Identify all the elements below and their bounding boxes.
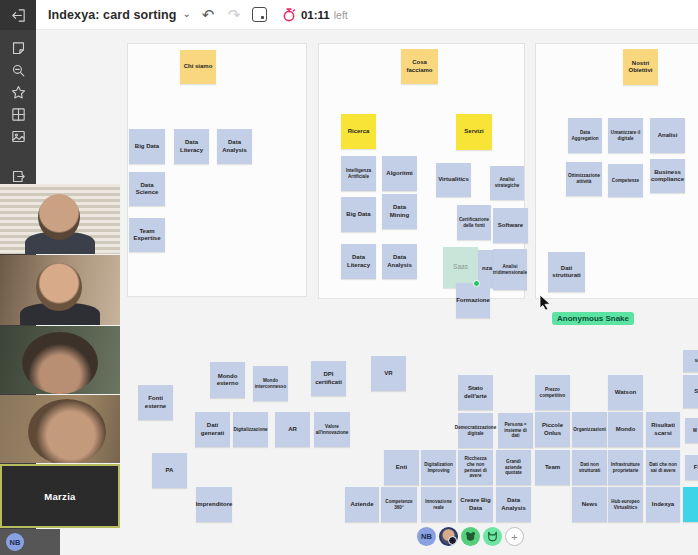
sticky-note[interactable]: Data Literacy <box>174 129 209 164</box>
sticky-note[interactable]: Piccole Onlus <box>535 412 570 447</box>
sticky-note[interactable]: Digitalization Improving <box>421 450 456 485</box>
participant-video[interactable] <box>0 326 120 394</box>
presence-avatar-photo[interactable] <box>439 527 458 546</box>
frame-1[interactable] <box>127 43 307 297</box>
sticky-note[interactable]: so <box>683 350 698 372</box>
sticky-note[interactable]: Data Analysis <box>496 487 531 522</box>
undo-icon[interactable]: ↶ <box>199 6 217 24</box>
sticky-note[interactable]: Risultati scarsi <box>646 412 680 447</box>
sticky-note[interactable]: Mondo esterno <box>210 362 245 398</box>
sticky-note[interactable]: Virtualitics <box>436 163 471 197</box>
sticky-note[interactable]: Data Literacy <box>341 244 376 279</box>
sticky-note[interactable]: Enti <box>384 450 419 485</box>
sticky-note[interactable]: Software <box>493 208 528 243</box>
participant-video[interactable] <box>0 184 120 254</box>
sticky-note[interactable]: Competenze <box>608 164 643 197</box>
image-tool-icon[interactable] <box>0 124 36 148</box>
exit-board-icon[interactable] <box>0 0 36 30</box>
board-canvas[interactable]: Chi siamoBig DataData LiteracyData Analy… <box>36 30 698 555</box>
sticky-note[interactable]: Dati che non sai di avere <box>646 450 680 485</box>
sticky-note[interactable]: Su <box>683 375 698 408</box>
sticky-note[interactable]: Persona = insieme di dati <box>498 413 533 448</box>
frame-view-icon[interactable] <box>251 6 269 24</box>
participant-initials-tile[interactable]: NB <box>0 529 60 555</box>
sticky-note[interactable]: Indexya <box>646 487 680 522</box>
sticky-note[interactable]: Mondo interconnesso <box>253 366 288 401</box>
sticky-note[interactable]: Stato dell'arte <box>458 375 493 410</box>
sticky-note[interactable]: News <box>572 487 607 522</box>
sticky-note[interactable]: AR <box>275 412 310 447</box>
board-title[interactable]: Indexya: card sorting <box>48 8 177 22</box>
remote-cursor-label: Anonymous Snake <box>552 312 634 325</box>
sticky-note[interactable]: Mondo <box>608 412 643 447</box>
sticky-note[interactable]: Organizzazioni <box>572 412 607 447</box>
star-favorites-icon[interactable] <box>0 80 36 104</box>
sticky-note[interactable]: Certificazione delle fonti <box>457 205 491 240</box>
chevron-down-icon[interactable]: ⌄ <box>183 8 191 19</box>
sticky-note[interactable]: Big Data <box>341 197 376 232</box>
sticky-note[interactable]: PA <box>152 453 187 488</box>
sticky-note[interactable]: Business compliance <box>650 159 685 193</box>
sticky-note[interactable]: VR <box>371 356 406 391</box>
sticky-note[interactable]: Nostri Obiettivi <box>623 49 658 85</box>
sticky-note[interactable]: M din <box>685 418 698 443</box>
redo-icon: ↷ <box>225 6 243 24</box>
presence-avatar-initials[interactable]: NB <box>417 527 436 546</box>
sticky-note[interactable]: Data Analysis <box>382 244 417 279</box>
sticky-note[interactable]: Competenze 360° <box>381 487 417 522</box>
presence-avatar-animal-icon[interactable] <box>483 527 502 546</box>
sticky-note[interactable]: DPI certificati <box>311 361 346 396</box>
sticky-note[interactable]: Dati strutturati <box>548 252 585 292</box>
participant-video[interactable] <box>0 255 120 325</box>
sticky-note[interactable]: Dati generati <box>195 412 230 447</box>
sticky-note[interactable]: Data Mining <box>382 194 417 229</box>
session-timer[interactable]: 01:11 left <box>281 7 348 23</box>
sticky-note[interactable]: Chi siamo <box>180 50 216 84</box>
sticky-note[interactable]: Team <box>535 450 570 485</box>
sticky-note[interactable]: Intelligenza Artificiale <box>341 156 376 191</box>
sticky-note[interactable]: Aziende <box>345 487 379 522</box>
sticky-note[interactable]: Digitalizzazione <box>233 412 268 447</box>
sticky-note[interactable]: Grandi aziende quotate <box>496 450 531 485</box>
sticky-note[interactable]: Dati non strutturati <box>572 450 607 485</box>
sticky-note[interactable]: Ricchezza che non pensavi di avere <box>458 450 493 485</box>
sticky-note[interactable]: Ricerca <box>341 114 376 149</box>
sticky-note[interactable]: Data Analysis <box>217 129 252 164</box>
sticky-note[interactable]: Algoritmi <box>382 156 417 191</box>
participant-video[interactable] <box>0 395 120 463</box>
timer-icon <box>281 7 297 23</box>
sticky-note[interactable]: Big Data <box>129 129 165 164</box>
grid-apps-icon[interactable] <box>0 102 36 126</box>
sticky-note[interactable]: Analisi tridimensionale <box>493 249 527 290</box>
sticky-note[interactable]: Data Aggregation <box>568 118 602 153</box>
add-participant-button[interactable]: + <box>505 527 524 546</box>
sticky-note[interactable]: Analisi strategiche <box>490 166 524 200</box>
sticky-note[interactable] <box>683 487 698 522</box>
sticky-note[interactable]: Infrastrutture proprietarie <box>608 450 643 485</box>
sticky-note[interactable]: Watson <box>608 375 643 410</box>
sticky-note[interactable]: Ottimizzazione attività <box>566 162 602 196</box>
participant-name: Marzia <box>44 491 75 502</box>
sticky-note[interactable]: Fonti esterne <box>138 385 173 420</box>
sticky-note[interactable]: Hub europeo Virtualitics <box>608 487 643 522</box>
sticky-note[interactable]: Innovazione reale <box>421 487 456 522</box>
presence-avatar-bear-icon[interactable] <box>461 527 480 546</box>
sticky-note[interactable]: Imprenditore <box>196 487 232 522</box>
sticky-note[interactable]: Servizi <box>456 114 492 150</box>
sticky-note[interactable]: Cosa facciamo <box>401 49 438 84</box>
selection-handle[interactable] <box>473 280 480 287</box>
sticky-note[interactable]: Fac <box>685 455 698 480</box>
sticky-note[interactable]: Formazione <box>456 283 490 318</box>
sticky-note[interactable]: Team Expertise <box>129 218 165 252</box>
timer-value: 01:11 <box>301 9 330 21</box>
search-templates-icon[interactable] <box>0 58 36 82</box>
sticky-note[interactable]: Prezzo competitivo <box>535 375 570 410</box>
sticky-note[interactable]: Democratizzazione digitale <box>458 413 493 448</box>
participant-camera-off[interactable]: Marzia <box>0 464 120 528</box>
sticky-note[interactable]: Data Science <box>129 172 165 206</box>
sticky-note-tool-icon[interactable] <box>0 36 36 60</box>
sticky-note[interactable]: Analisi <box>650 118 685 153</box>
sticky-note[interactable]: Creare Big Data <box>458 487 493 522</box>
sticky-note[interactable]: Valore all'innovazione <box>314 412 350 447</box>
sticky-note[interactable]: Umanizzare il digitale <box>608 118 643 153</box>
